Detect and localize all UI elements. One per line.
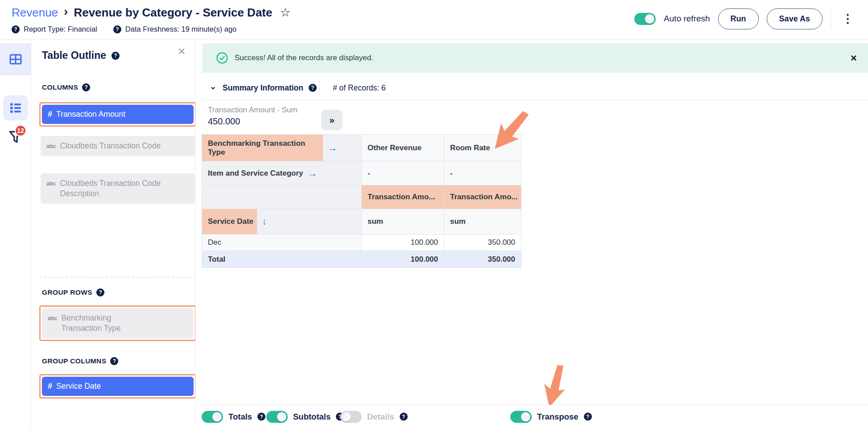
panel-title: Table Outline [42,49,106,62]
pivot-agg-cell: sum [444,209,521,235]
help-icon[interactable]: ? [96,288,104,296]
banner-close-icon[interactable]: ✕ [850,53,857,63]
pivot-agg-cell: sum [362,209,444,235]
expand-metrics-button[interactable]: » [321,110,343,130]
field-pill-service-date[interactable]: # Service Date [42,377,194,396]
help-icon[interactable]: ? [309,84,317,92]
pivot-col-header[interactable]: Other Revenue [362,135,444,161]
pivot-cell: - [362,161,444,185]
help-icon[interactable]: ? [82,83,90,91]
help-icon[interactable]: ? [112,52,120,60]
field-pill-cloudbeds-code[interactable]: abc Cloudbeds Transaction Code [41,136,195,156]
annotation-arrow-transpose [536,362,574,412]
chevron-down-icon[interactable]: ⌄ [210,82,216,91]
pivot-header-benchmarking[interactable]: Benchmarking Transaction Type → [202,135,362,161]
subtotals-label: Subtotals [293,412,331,422]
transpose-toggle-group: Transpose ? [510,411,592,423]
pivot-header-service-date[interactable]: Service Date ↓ [202,209,362,235]
details-label: Details [367,412,394,422]
page-title: Revenue by Category - Service Date [74,6,272,20]
pivot-measure-header[interactable]: Transaction Amo... [362,185,444,209]
list-icon [9,101,22,115]
pivot-col-header[interactable]: Room Rate [444,135,521,161]
pivot-value-cell: 350.000 [444,235,521,251]
panel-close-icon[interactable]: ✕ [178,46,186,58]
group-columns-section-label: GROUP COLUMNS [42,357,106,365]
pivot-measure-header[interactable]: Transaction Amo... [444,185,521,209]
subtotals-toggle[interactable] [266,411,288,423]
toggle-knob [342,412,351,421]
numeric-type-icon: # [48,110,52,119]
report-type-label: Report Type: Financial [24,25,97,33]
breadcrumb-revenue-link[interactable]: Revenue [12,6,58,20]
field-pill-benchmarking-type[interactable]: abc Benchmarking Transaction Type [42,308,194,338]
help-icon[interactable]: ? [257,413,265,421]
arrow-right-icon[interactable]: → [308,168,318,179]
favorite-star-icon[interactable]: ☆ [280,5,290,20]
section-divider [39,277,196,278]
pivot-total-label: Total [202,251,362,268]
field-label: Service Date [56,382,101,391]
pivot-value-cell: 100.000 [362,235,444,251]
help-icon[interactable]: ? [12,25,20,33]
metric-label: Transaction Amount - Sum [208,106,298,115]
text-type-icon: abc [46,143,56,150]
toggle-knob [277,412,286,421]
arrow-right-icon[interactable]: → [328,143,337,153]
table-outline-panel: ✕ Table Outline ? COLUMNS ? # Transactio… [31,40,195,428]
help-icon[interactable]: ? [584,413,592,421]
toggle-knob [212,412,222,421]
header-actions: Auto refresh Run Save As ⋮ [634,7,856,30]
subtotals-toggle-group: Subtotals ? [266,411,344,423]
rail-item-table-view[interactable] [0,43,31,75]
field-label: Cloudbeds Transaction Code [60,141,161,151]
auto-refresh-label: Auto refresh [664,14,710,24]
pivot-cell: - [444,161,521,185]
header-label: Item and Service Category [208,169,303,178]
check-circle-icon [216,52,228,64]
details-toggle[interactable] [340,411,362,423]
pivot-header-item-service-category[interactable]: Item and Service Category → [202,161,362,185]
transpose-toggle[interactable] [510,411,532,423]
toggle-knob [645,14,654,24]
columns-section-label: COLUMNS [42,83,78,91]
annotation-box-transaction-amount: # Transaction Amount [39,102,196,127]
run-button[interactable]: Run [718,8,759,29]
highlighted-header-label: Benchmarking Transaction Type [202,135,323,161]
pivot-total-value: 100.000 [362,251,444,268]
data-freshness-meta: ? Data Freshness: 19 minute(s) ago [113,25,236,33]
auto-refresh-toggle[interactable] [634,13,656,25]
help-icon[interactable]: ? [400,413,408,421]
field-label: Benchmarking Transaction Type [62,313,151,333]
table-options-bar: Totals ? Subtotals ? Details ? Transpose… [195,405,868,428]
totals-label: Totals [228,412,252,422]
summary-information-row: ⌄ Summary Information ? # of Records: 6 [203,76,868,99]
rail-item-outline[interactable] [3,95,28,120]
pivot-empty-cell [202,185,362,209]
success-message: Success! All of the records are displaye… [235,54,373,62]
table-grid-icon [8,52,23,67]
icon-rail: 12 [0,40,31,428]
success-banner: Success! All of the records are displaye… [203,43,868,73]
report-meta-row: ? Report Type: Financial ? Data Freshnes… [12,25,236,33]
field-label: Cloudbeds Transaction Code Description [60,178,169,199]
numeric-type-icon: # [48,382,52,391]
text-type-icon: abc [48,315,58,322]
sort-arrow-down-icon[interactable]: ↓ [262,216,267,227]
save-as-button[interactable]: Save As [767,8,823,29]
help-icon[interactable]: ? [110,357,118,365]
kebab-menu-icon[interactable]: ⋮ [839,12,856,26]
totals-toggle[interactable] [202,411,223,423]
field-pill-cloudbeds-code-description[interactable]: abc Cloudbeds Transaction Code Descripti… [41,173,195,204]
chevron-right-icon: › [64,4,68,19]
transpose-label: Transpose [537,412,579,422]
report-main-area: Success! All of the records are displaye… [195,40,868,428]
summary-title: Summary Information [223,83,303,93]
summary-divider [203,99,868,100]
field-pill-transaction-amount[interactable]: # Transaction Amount [42,105,194,124]
breadcrumb: Revenue › Revenue by Category - Service … [12,5,291,20]
toggle-knob [521,412,530,421]
field-label: Transaction Amount [56,110,125,119]
help-icon[interactable]: ? [113,25,121,33]
pivot-total-value: 350.000 [444,251,521,268]
